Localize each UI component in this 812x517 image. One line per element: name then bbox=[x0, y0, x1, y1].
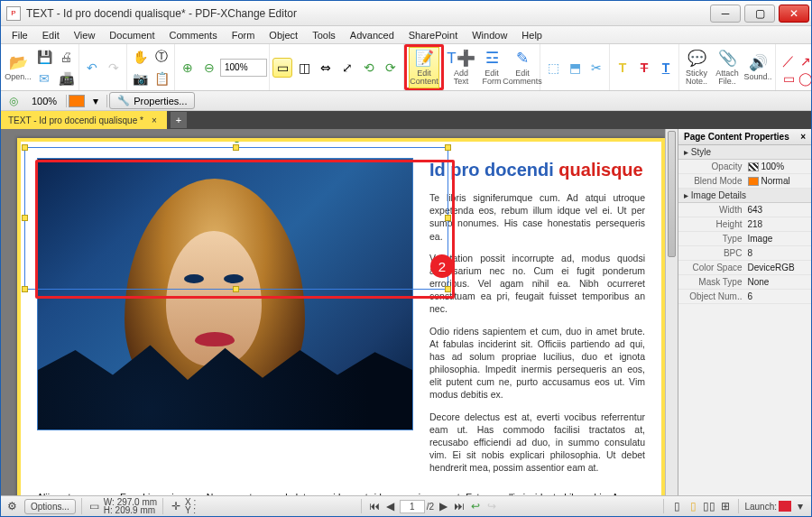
maximize-button[interactable]: ▢ bbox=[744, 5, 775, 23]
rotate-cw-icon[interactable]: ⟳ bbox=[381, 58, 401, 78]
first-page-icon[interactable]: ⏮ bbox=[367, 499, 382, 513]
page-number-input[interactable]: 1 bbox=[400, 500, 425, 513]
launch-label: Launch: bbox=[744, 502, 777, 512]
underline-tool-icon[interactable]: T bbox=[656, 58, 676, 78]
menu-file[interactable]: File bbox=[5, 28, 35, 42]
main-toolbar: 📂 Open... 💾 ✉ 🖨 📠 ↶ ↷ ✋ 📷 Ⓣ 📋 bbox=[1, 44, 811, 91]
scroll-thumb[interactable] bbox=[668, 131, 676, 257]
nav-fwd-icon[interactable]: ↪ bbox=[484, 499, 499, 513]
paragraph: Te libris signiferumque cum. Ad atqui ut… bbox=[429, 191, 645, 243]
prev-page-icon[interactable]: ◀ bbox=[383, 499, 398, 513]
new-tab-button[interactable]: + bbox=[171, 112, 187, 128]
menu-advanced[interactable]: Advanced bbox=[343, 28, 401, 42]
menu-view[interactable]: View bbox=[67, 28, 103, 42]
scan-icon[interactable]: 📠 bbox=[56, 69, 76, 88]
app-icon: P bbox=[6, 6, 21, 21]
zoom-out-icon[interactable]: ⊖ bbox=[199, 58, 219, 78]
add-text-button[interactable]: T➕ Add Text bbox=[446, 47, 476, 88]
paragraph: Odio ridens sapientem et cum, duo in ame… bbox=[429, 325, 645, 402]
bpc-value: 8 bbox=[748, 248, 807, 258]
next-page-icon[interactable]: ▶ bbox=[436, 499, 450, 513]
tab-close-icon[interactable]: × bbox=[149, 115, 160, 125]
attach-file-button[interactable]: 📎 Attach File.. bbox=[712, 47, 743, 88]
menu-tools[interactable]: Tools bbox=[305, 28, 343, 42]
paragraph: Decore delectus est at, everti vocibus r… bbox=[429, 411, 645, 475]
panel-close-icon[interactable]: × bbox=[800, 132, 806, 142]
wrench-icon: 🔧 bbox=[117, 95, 130, 106]
menu-object[interactable]: Object bbox=[262, 28, 305, 42]
options-button[interactable]: Options... bbox=[24, 499, 76, 514]
layout-facing-icon[interactable]: ▯▯ bbox=[702, 499, 716, 513]
rotation-handle[interactable] bbox=[233, 138, 241, 143]
menu-edit[interactable]: Edit bbox=[35, 28, 67, 42]
cursor-pos-icon: ✛ bbox=[169, 499, 183, 513]
swatch-dropdown-icon[interactable]: ▾ bbox=[87, 93, 105, 109]
layout-continuous-icon[interactable]: ▯ bbox=[686, 499, 700, 513]
fit-page-icon[interactable]: ◫ bbox=[294, 58, 314, 78]
hand-tool-icon[interactable]: ✋ bbox=[130, 47, 150, 67]
opacity-value[interactable]: 100% bbox=[748, 162, 807, 171]
rotate-ccw-icon[interactable]: ⟲ bbox=[359, 58, 379, 78]
launch-dropdown-icon[interactable]: ▾ bbox=[793, 499, 807, 513]
actual-size-icon[interactable]: ▭ bbox=[272, 58, 292, 78]
close-button[interactable]: ✕ bbox=[779, 5, 809, 23]
blend-mode-value[interactable]: Normal bbox=[748, 176, 807, 186]
panel-section-image-details[interactable]: ▸ Image Details bbox=[678, 189, 811, 203]
strikeout-tool-icon[interactable]: T bbox=[634, 58, 654, 78]
object-num-value: 6 bbox=[748, 291, 807, 301]
callout-bubble-2: 2 bbox=[430, 254, 454, 278]
fill-color-swatch[interactable] bbox=[69, 95, 85, 107]
nav-back-icon[interactable]: ↩ bbox=[468, 499, 483, 513]
zoom-target-icon[interactable]: ◎ bbox=[5, 93, 23, 109]
select-tool-icon[interactable]: ⬚ bbox=[543, 58, 563, 78]
panel-section-style[interactable]: ▸ Style bbox=[678, 145, 811, 160]
open-button[interactable]: 📂 Open... bbox=[3, 47, 33, 88]
secondary-toolbar: ◎ 100% ▾ 🔧 Properties... bbox=[1, 91, 811, 111]
snapshot-icon[interactable]: 📷 bbox=[130, 69, 150, 88]
minimize-button[interactable]: ─ bbox=[710, 5, 741, 23]
bpc-label: BPC bbox=[684, 248, 748, 258]
email-icon[interactable]: ✉ bbox=[34, 69, 54, 88]
zoom-input[interactable] bbox=[220, 59, 267, 77]
properties-button[interactable]: 🔧 Properties... bbox=[109, 92, 195, 109]
paragraph: Alii nostro mea ea. Eam hinc prima eu. N… bbox=[37, 492, 645, 495]
edit-content-highlight: 📝 Edit Content 1 bbox=[404, 44, 444, 90]
launch-default-icon[interactable] bbox=[779, 501, 791, 512]
crop-tool-icon[interactable]: ✂ bbox=[586, 58, 606, 78]
menu-help[interactable]: Help bbox=[514, 28, 549, 42]
menu-sharepoint[interactable]: SharePoint bbox=[401, 28, 465, 42]
print-icon[interactable]: 🖨 bbox=[56, 47, 76, 67]
oval-shape-icon[interactable]: ◯ bbox=[796, 69, 811, 88]
edit-content-button[interactable]: 📝 Edit Content bbox=[409, 47, 439, 88]
edit-content-icon: 📝 bbox=[415, 50, 433, 68]
zoom-display[interactable]: 100% bbox=[24, 96, 64, 106]
status-bar: ⚙ Options... ▭ W: 297.0 mm H: 209.9 mm ✛… bbox=[1, 495, 811, 516]
menu-document[interactable]: Document bbox=[102, 28, 161, 42]
menu-window[interactable]: Window bbox=[465, 28, 514, 42]
clipboard-icon[interactable]: 📋 bbox=[152, 69, 171, 88]
save-icon[interactable]: 💾 bbox=[34, 47, 54, 67]
undo-icon[interactable]: ↶ bbox=[82, 58, 102, 78]
menu-comments[interactable]: Comments bbox=[162, 28, 225, 42]
last-page-icon[interactable]: ⏭ bbox=[452, 499, 466, 513]
gear-icon[interactable]: ⚙ bbox=[5, 499, 19, 513]
vertical-scrollbar[interactable] bbox=[665, 129, 678, 495]
sound-button[interactable]: 🔊 Sound.. bbox=[743, 47, 773, 88]
menu-form[interactable]: Form bbox=[225, 28, 263, 42]
sticky-note-button[interactable]: 💬 Sticky Note.. bbox=[681, 47, 712, 88]
edit-comments-button[interactable]: ✎ Edit Comments bbox=[507, 47, 538, 88]
link-tool-icon[interactable]: ⬒ bbox=[565, 58, 585, 78]
fit-visible-icon[interactable]: ⤢ bbox=[337, 58, 357, 78]
document-tab[interactable]: TEXT - Id pro docendi qualisque * × bbox=[1, 111, 167, 129]
highlight-tool-icon[interactable]: T bbox=[613, 58, 632, 78]
redo-icon[interactable]: ↷ bbox=[104, 58, 124, 78]
layout-single-icon[interactable]: ▯ bbox=[669, 499, 684, 513]
document-viewport[interactable]: Id pro docendi qualisque Te libris signi… bbox=[1, 129, 678, 495]
layout-facing-cont-icon[interactable]: ⊞ bbox=[718, 499, 733, 513]
page-height: H: 209.9 mm bbox=[104, 506, 157, 514]
zoom-in-icon[interactable]: ⊕ bbox=[178, 58, 198, 78]
properties-panel: Page Content Properties × ▸ Style Opacit… bbox=[678, 129, 811, 495]
selection-highlight: 2 bbox=[35, 160, 455, 299]
fit-width-icon[interactable]: ⇔ bbox=[316, 58, 336, 78]
select-text-icon[interactable]: Ⓣ bbox=[152, 47, 171, 67]
